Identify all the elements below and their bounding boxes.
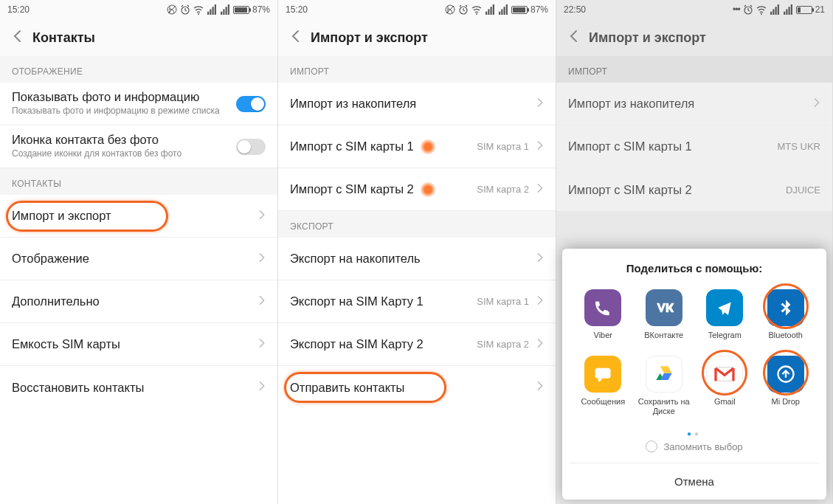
mute-icon (445, 4, 455, 15)
row-show-photo[interactable]: Показывать фото и информацию Показывать … (0, 83, 277, 125)
drive-icon (646, 356, 682, 393)
row-export-sim2[interactable]: Экспорт на SIM Карту 2 SIM карта 2 (278, 323, 556, 366)
app-label: Сообщения (581, 397, 625, 407)
gmail-icon (706, 356, 743, 393)
row-label: Иконка контакта без фото (12, 133, 182, 147)
chevron-right-icon (258, 295, 266, 308)
telegram-icon (706, 289, 743, 326)
app-label: ВКонтакте (644, 331, 683, 340)
share-app-telegram[interactable]: Telegram (696, 286, 754, 343)
row-export-storage[interactable]: Экспорт на накопитель (278, 238, 556, 280)
signal-icon (770, 4, 780, 15)
back-button[interactable] (288, 30, 302, 46)
app-label: Telegram (708, 331, 742, 340)
battery-percent: 87% (530, 4, 548, 15)
row-import-storage[interactable]: Импорт из накопителя (278, 83, 556, 125)
chevron-right-icon (536, 252, 544, 266)
signal-icon (498, 4, 508, 15)
row-label: Импорт из накопителя (568, 97, 694, 111)
chevron-right-icon (536, 97, 544, 111)
row-label: Импорт с SIM карты 2 (290, 182, 414, 196)
row-default-icon[interactable]: Иконка контакта без фото Создание иконки… (0, 125, 277, 168)
remember-label: Запомнить выбор (663, 441, 742, 452)
battery-percent: 21 (815, 4, 825, 15)
app-label: Gmail (714, 397, 736, 407)
row-label: Восстановить контакты (12, 381, 144, 395)
share-title: Поделиться с помощью: (570, 262, 819, 275)
remember-checkbox[interactable]: Запомнить выбор (570, 441, 819, 463)
page-title: Контакты (32, 30, 95, 46)
chevron-right-icon (536, 183, 544, 196)
wifi-icon (756, 4, 767, 15)
row-label: Отображение (12, 252, 89, 266)
status-time: 15:20 (286, 4, 308, 15)
app-label: Mi Drop (771, 397, 800, 407)
section-import-header: ИМПОРТ (556, 56, 832, 83)
chevron-right-icon (258, 252, 266, 266)
share-app-bluetooth[interactable]: Bluetooth (757, 286, 815, 343)
row-label: Емкость SIM карты (12, 337, 120, 351)
row-label: Экспорт на накопитель (290, 252, 421, 266)
share-app-midrop[interactable]: Mi Drop (757, 353, 815, 419)
alarm-icon (743, 4, 753, 15)
page-indicator: ●● (570, 419, 819, 441)
row-label: Показывать фото и информацию (12, 90, 220, 104)
share-app-gmail[interactable]: Gmail (696, 353, 754, 419)
share-app-messages[interactable]: Сообщения (574, 353, 632, 419)
row-sub: Создание иконки для контактов без фото (12, 148, 182, 160)
row-label: Экспорт на SIM Карту 2 (290, 337, 424, 351)
panel-contacts: 15:20 87% Контакты ОТОБРАЖЕНИЕ Показыват… (0, 0, 278, 504)
chevron-right-icon (536, 381, 544, 394)
viber-icon (584, 289, 621, 326)
status-bar: 15:20 87% (0, 0, 277, 19)
share-sheet: Поделиться с помощью: Viber ВКонтакте Te… (562, 249, 826, 500)
cancel-button[interactable]: Отмена (570, 463, 819, 500)
row-import-storage[interactable]: Импорт из накопителя (556, 83, 832, 125)
row-more[interactable]: Дополнительно (0, 280, 277, 323)
signal-icon (485, 4, 495, 15)
toggle-default-icon[interactable] (236, 139, 266, 155)
page-title: Импорт и экспорт (589, 30, 706, 46)
row-import-sim2[interactable]: Импорт с SIM карты 2 DJUICE (556, 168, 832, 211)
row-import-sim1[interactable]: Импорт с SIM карты 1 MTS UKR (556, 125, 832, 168)
midrop-icon (767, 356, 804, 393)
page-title: Импорт и экспорт (311, 30, 428, 46)
row-restore[interactable]: Восстановить контакты (0, 366, 277, 409)
row-label: Дополнительно (12, 294, 100, 308)
signal-icon (783, 4, 793, 15)
vk-icon (646, 289, 682, 326)
row-sim-capacity[interactable]: Емкость SIM карты (0, 323, 277, 366)
row-import-export[interactable]: Импорт и экспорт (0, 195, 277, 238)
chevron-right-icon (258, 210, 266, 223)
share-app-viber[interactable]: Viber (574, 286, 632, 343)
toggle-show-photo[interactable] (236, 96, 266, 112)
app-label: Viber (594, 331, 612, 340)
row-label: Экспорт на SIM Карту 1 (290, 294, 424, 308)
row-tail: MTS UKR (778, 141, 821, 152)
share-app-vk[interactable]: ВКонтакте (635, 286, 694, 343)
row-send-contacts[interactable]: Отправить контакты (278, 366, 556, 409)
cancel-label: Отмена (674, 475, 714, 488)
battery-icon (796, 6, 812, 14)
radio-icon (646, 441, 657, 452)
row-import-sim1[interactable]: Импорт с SIM карты 1 SIM карта 1 (278, 125, 556, 168)
header: Импорт и экспорт (556, 19, 832, 56)
alarm-icon (458, 4, 469, 15)
section-export-header: ЭКСПОРТ (278, 211, 556, 238)
row-import-sim2[interactable]: Импорт с SIM карты 2 SIM карта 2 (278, 168, 556, 211)
share-app-drive[interactable]: Сохранить на Диске (635, 353, 694, 419)
row-export-sim1[interactable]: Экспорт на SIM Карту 1 SIM карта 1 (278, 280, 556, 323)
messages-icon (584, 356, 621, 393)
row-display[interactable]: Отображение (0, 238, 277, 280)
chevron-right-icon (258, 338, 266, 351)
chevron-right-icon (258, 381, 266, 394)
row-tail: SIM карта 1 (477, 296, 529, 307)
wifi-icon (193, 4, 204, 15)
row-label: Импорт с SIM карты 1 (568, 139, 692, 153)
back-button[interactable] (10, 30, 24, 46)
battery-icon (233, 6, 249, 14)
back-button[interactable] (567, 30, 580, 46)
signal-icon (220, 4, 230, 15)
row-label: Импорт с SIM карты 1 (290, 139, 414, 153)
alarm-icon (180, 4, 190, 15)
